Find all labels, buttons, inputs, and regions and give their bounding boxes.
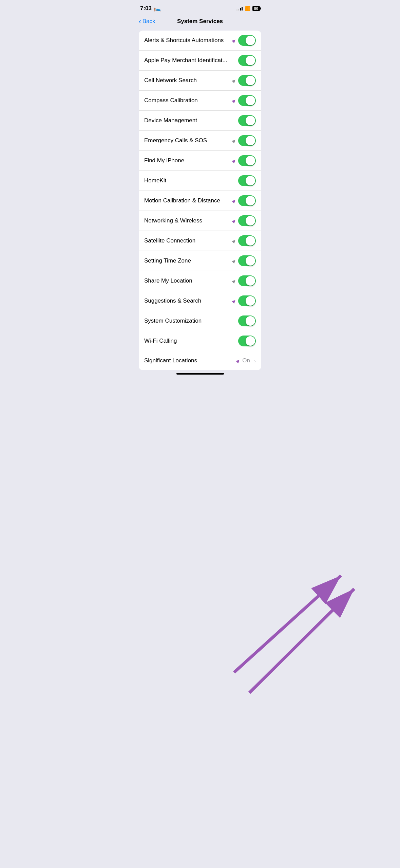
toggle-knob-alerts-shortcuts xyxy=(246,36,255,45)
settings-list: Alerts & Shortcuts Automations▶Apple Pay… xyxy=(133,31,267,370)
row-label-wifi-calling: Wi-Fi Calling xyxy=(144,338,177,344)
settings-row-system-customization: System Customization xyxy=(139,311,261,331)
toggle-compass-calibration[interactable] xyxy=(238,95,256,106)
toggle-knob-suggestions-search xyxy=(246,296,255,306)
settings-row-cell-network: Cell Network Search▶ xyxy=(139,71,261,91)
toggle-knob-satellite-connection xyxy=(246,236,255,246)
row-label-alerts-shortcuts: Alerts & Shortcuts Automations xyxy=(144,37,224,44)
settings-row-setting-time-zone: Setting Time Zone▶ xyxy=(139,251,261,271)
toggle-knob-emergency-calls xyxy=(246,136,255,145)
toggle-suggestions-search[interactable] xyxy=(238,295,256,306)
toggle-knob-setting-time-zone xyxy=(246,256,255,266)
settings-row-share-my-location: Share My Location▶ xyxy=(139,271,261,291)
nav-bar: ‹ Back System Services xyxy=(133,15,267,29)
toggle-knob-apple-pay xyxy=(246,56,255,65)
row-label-suggestions-search: Suggestions & Search xyxy=(144,297,201,304)
toggle-homekit[interactable] xyxy=(238,175,256,186)
settings-row-compass-calibration: Compass Calibration▶ xyxy=(139,91,261,111)
status-bar: 7:03 🛌 📶 80 xyxy=(133,0,267,15)
row-label-apple-pay: Apple Pay Merchant Identificat... xyxy=(144,57,227,64)
settings-row-networking-wireless: Networking & Wireless▶ xyxy=(139,211,261,231)
toggle-knob-share-my-location xyxy=(246,276,255,286)
signal-icon xyxy=(236,6,243,11)
toggle-emergency-calls[interactable] xyxy=(238,135,256,146)
settings-row-device-management: Device Management xyxy=(139,111,261,131)
settings-row-suggestions-search: Suggestions & Search▶ xyxy=(139,291,261,311)
settings-row-emergency-calls: Emergency Calls & SOS▶ xyxy=(139,131,261,151)
back-label: Back xyxy=(142,18,155,25)
home-bar xyxy=(176,373,224,375)
time-label: 7:03 xyxy=(140,5,152,12)
row-label-find-my-iphone: Find My iPhone xyxy=(144,157,184,164)
toggle-wifi-calling[interactable] xyxy=(238,336,256,346)
row-value-significant-locations: On xyxy=(242,357,250,364)
settings-row-apple-pay: Apple Pay Merchant Identificat... xyxy=(139,51,261,71)
wifi-icon: 📶 xyxy=(245,6,250,11)
row-label-satellite-connection: Satellite Connection xyxy=(144,237,195,244)
battery-level: 80 xyxy=(254,6,258,11)
row-label-system-customization: System Customization xyxy=(144,318,202,324)
row-label-networking-wireless: Networking & Wireless xyxy=(144,217,202,224)
row-label-homekit: HomeKit xyxy=(144,177,166,184)
chevron-icon-significant-locations: › xyxy=(254,358,256,364)
settings-row-find-my-iphone: Find My iPhone▶ xyxy=(139,151,261,171)
page-title: System Services xyxy=(177,18,223,25)
row-label-emergency-calls: Emergency Calls & SOS xyxy=(144,137,207,144)
toggle-knob-system-customization xyxy=(246,316,255,326)
back-chevron-icon: ‹ xyxy=(139,17,141,25)
toggle-motion-calibration[interactable] xyxy=(238,195,256,206)
row-label-setting-time-zone: Setting Time Zone xyxy=(144,257,191,264)
row-label-motion-calibration: Motion Calibration & Distance xyxy=(144,197,220,204)
settings-row-wifi-calling: Wi-Fi Calling xyxy=(139,331,261,351)
status-icons: 📶 80 xyxy=(236,6,260,11)
settings-row-satellite-connection: Satellite Connection▶ xyxy=(139,231,261,251)
toggle-satellite-connection[interactable] xyxy=(238,235,256,246)
row-label-compass-calibration: Compass Calibration xyxy=(144,97,198,104)
toggle-device-management[interactable] xyxy=(238,115,256,126)
toggle-knob-motion-calibration xyxy=(246,196,255,205)
toggle-knob-device-management xyxy=(246,116,255,125)
toggle-knob-wifi-calling xyxy=(246,336,255,346)
settings-row-motion-calibration: Motion Calibration & Distance▶ xyxy=(139,191,261,211)
toggle-setting-time-zone[interactable] xyxy=(238,255,256,266)
toggle-cell-network[interactable] xyxy=(238,75,256,86)
toggle-networking-wireless[interactable] xyxy=(238,215,256,226)
settings-group: Alerts & Shortcuts Automations▶Apple Pay… xyxy=(139,31,261,370)
toggle-knob-networking-wireless xyxy=(246,216,255,225)
home-indicator xyxy=(133,370,267,376)
toggle-knob-find-my-iphone xyxy=(246,156,255,165)
toggle-find-my-iphone[interactable] xyxy=(238,155,256,166)
toggle-knob-compass-calibration xyxy=(246,96,255,105)
row-label-share-my-location: Share My Location xyxy=(144,277,192,284)
row-label-cell-network: Cell Network Search xyxy=(144,77,197,84)
toggle-knob-homekit xyxy=(246,176,255,185)
settings-row-significant-locations: Significant Locations▶On› xyxy=(139,351,261,370)
row-label-device-management: Device Management xyxy=(144,117,197,124)
back-button[interactable]: ‹ Back xyxy=(139,17,155,25)
toggle-knob-cell-network xyxy=(246,76,255,85)
status-time: 7:03 🛌 xyxy=(140,5,161,12)
toggle-alerts-shortcuts[interactable] xyxy=(238,35,256,46)
toggle-apple-pay[interactable] xyxy=(238,55,256,66)
bed-icon: 🛌 xyxy=(154,5,161,12)
row-label-significant-locations: Significant Locations xyxy=(144,357,197,364)
toggle-share-my-location[interactable] xyxy=(238,275,256,286)
settings-row-homekit: HomeKit xyxy=(139,171,261,191)
battery-icon: 80 xyxy=(252,6,260,11)
settings-row-alerts-shortcuts: Alerts & Shortcuts Automations▶ xyxy=(139,31,261,51)
toggle-system-customization[interactable] xyxy=(238,315,256,326)
